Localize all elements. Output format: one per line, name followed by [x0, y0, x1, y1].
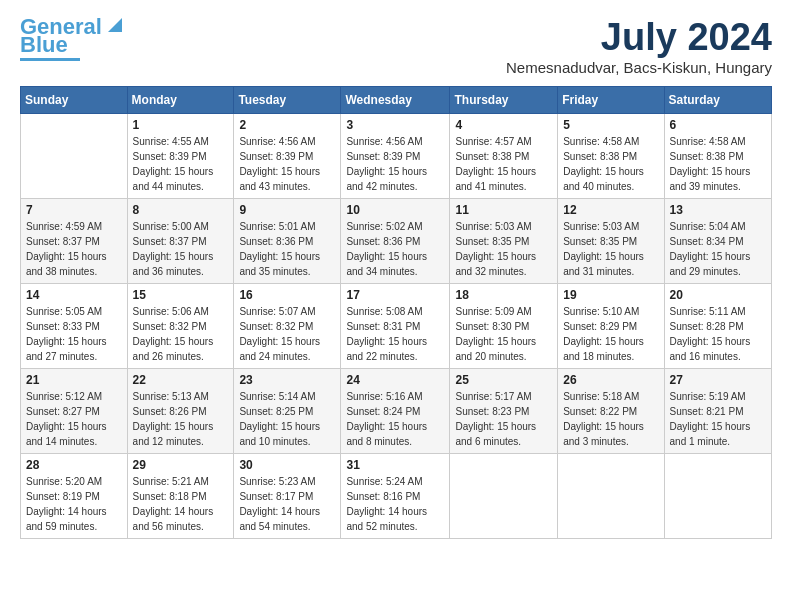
day-info: Sunrise: 4:56 AM Sunset: 8:39 PM Dayligh…: [239, 134, 335, 194]
day-info: Sunrise: 5:10 AM Sunset: 8:29 PM Dayligh…: [563, 304, 658, 364]
weekday-header-wednesday: Wednesday: [341, 87, 450, 114]
calendar-cell: 30 Sunrise: 5:23 AM Sunset: 8:17 PM Dayl…: [234, 454, 341, 539]
daylight-line2: and 40 minutes.: [563, 181, 634, 192]
calendar-cell: 2 Sunrise: 4:56 AM Sunset: 8:39 PM Dayli…: [234, 114, 341, 199]
day-info: Sunrise: 5:03 AM Sunset: 8:35 PM Dayligh…: [455, 219, 552, 279]
sunset-text: Sunset: 8:37 PM: [26, 236, 100, 247]
calendar-cell: 19 Sunrise: 5:10 AM Sunset: 8:29 PM Dayl…: [558, 284, 664, 369]
calendar-cell: 26 Sunrise: 5:18 AM Sunset: 8:22 PM Dayl…: [558, 369, 664, 454]
sunrise-text: Sunrise: 4:58 AM: [563, 136, 639, 147]
sunset-text: Sunset: 8:37 PM: [133, 236, 207, 247]
calendar-cell: 31 Sunrise: 5:24 AM Sunset: 8:16 PM Dayl…: [341, 454, 450, 539]
calendar-cell: 20 Sunrise: 5:11 AM Sunset: 8:28 PM Dayl…: [664, 284, 771, 369]
sunset-text: Sunset: 8:35 PM: [563, 236, 637, 247]
sunrise-text: Sunrise: 5:12 AM: [26, 391, 102, 402]
day-number: 31: [346, 458, 444, 472]
day-info: Sunrise: 4:56 AM Sunset: 8:39 PM Dayligh…: [346, 134, 444, 194]
day-number: 24: [346, 373, 444, 387]
daylight-line2: and 39 minutes.: [670, 181, 741, 192]
sunrise-text: Sunrise: 5:01 AM: [239, 221, 315, 232]
sunrise-text: Sunrise: 5:03 AM: [455, 221, 531, 232]
day-number: 30: [239, 458, 335, 472]
day-number: 21: [26, 373, 122, 387]
daylight-line2: and 36 minutes.: [133, 266, 204, 277]
daylight-line2: and 16 minutes.: [670, 351, 741, 362]
sunset-text: Sunset: 8:31 PM: [346, 321, 420, 332]
day-number: 4: [455, 118, 552, 132]
sunset-text: Sunset: 8:23 PM: [455, 406, 529, 417]
daylight-line1: Daylight: 15 hours: [133, 251, 214, 262]
daylight-line1: Daylight: 15 hours: [239, 336, 320, 347]
calendar-cell: 1 Sunrise: 4:55 AM Sunset: 8:39 PM Dayli…: [127, 114, 234, 199]
sunset-text: Sunset: 8:16 PM: [346, 491, 420, 502]
calendar-cell: 8 Sunrise: 5:00 AM Sunset: 8:37 PM Dayli…: [127, 199, 234, 284]
daylight-line1: Daylight: 15 hours: [346, 421, 427, 432]
sunset-text: Sunset: 8:25 PM: [239, 406, 313, 417]
daylight-line2: and 24 minutes.: [239, 351, 310, 362]
calendar-cell: [21, 114, 128, 199]
daylight-line1: Daylight: 15 hours: [26, 336, 107, 347]
day-info: Sunrise: 4:58 AM Sunset: 8:38 PM Dayligh…: [670, 134, 766, 194]
daylight-line1: Daylight: 15 hours: [670, 336, 751, 347]
day-number: 19: [563, 288, 658, 302]
daylight-line1: Daylight: 15 hours: [26, 251, 107, 262]
day-number: 9: [239, 203, 335, 217]
day-info: Sunrise: 5:18 AM Sunset: 8:22 PM Dayligh…: [563, 389, 658, 449]
calendar-cell: 10 Sunrise: 5:02 AM Sunset: 8:36 PM Dayl…: [341, 199, 450, 284]
sunset-text: Sunset: 8:32 PM: [239, 321, 313, 332]
day-number: 22: [133, 373, 229, 387]
calendar-cell: [664, 454, 771, 539]
daylight-line2: and 54 minutes.: [239, 521, 310, 532]
sunrise-text: Sunrise: 5:20 AM: [26, 476, 102, 487]
sunrise-text: Sunrise: 5:23 AM: [239, 476, 315, 487]
sunset-text: Sunset: 8:29 PM: [563, 321, 637, 332]
logo-triangle-icon: [104, 14, 126, 36]
calendar-cell: 23 Sunrise: 5:14 AM Sunset: 8:25 PM Dayl…: [234, 369, 341, 454]
sunrise-text: Sunrise: 5:03 AM: [563, 221, 639, 232]
daylight-line1: Daylight: 14 hours: [239, 506, 320, 517]
daylight-line2: and 42 minutes.: [346, 181, 417, 192]
daylight-line2: and 27 minutes.: [26, 351, 97, 362]
sunset-text: Sunset: 8:38 PM: [563, 151, 637, 162]
sunrise-text: Sunrise: 4:58 AM: [670, 136, 746, 147]
day-info: Sunrise: 4:55 AM Sunset: 8:39 PM Dayligh…: [133, 134, 229, 194]
sunrise-text: Sunrise: 5:21 AM: [133, 476, 209, 487]
calendar-table: SundayMondayTuesdayWednesdayThursdayFrid…: [20, 86, 772, 539]
daylight-line2: and 8 minutes.: [346, 436, 412, 447]
day-number: 15: [133, 288, 229, 302]
day-number: 17: [346, 288, 444, 302]
daylight-line2: and 41 minutes.: [455, 181, 526, 192]
daylight-line2: and 20 minutes.: [455, 351, 526, 362]
daylight-line1: Daylight: 15 hours: [239, 421, 320, 432]
weekday-header-row: SundayMondayTuesdayWednesdayThursdayFrid…: [21, 87, 772, 114]
day-number: 16: [239, 288, 335, 302]
weekday-header-saturday: Saturday: [664, 87, 771, 114]
day-info: Sunrise: 5:02 AM Sunset: 8:36 PM Dayligh…: [346, 219, 444, 279]
sunset-text: Sunset: 8:38 PM: [670, 151, 744, 162]
day-number: 11: [455, 203, 552, 217]
daylight-line2: and 44 minutes.: [133, 181, 204, 192]
title-area: July 2024 Nemesnadudvar, Bacs-Kiskun, Hu…: [506, 16, 772, 76]
calendar-cell: 5 Sunrise: 4:58 AM Sunset: 8:38 PM Dayli…: [558, 114, 664, 199]
day-number: 3: [346, 118, 444, 132]
daylight-line2: and 3 minutes.: [563, 436, 629, 447]
sunrise-text: Sunrise: 5:19 AM: [670, 391, 746, 402]
sunset-text: Sunset: 8:24 PM: [346, 406, 420, 417]
day-info: Sunrise: 5:03 AM Sunset: 8:35 PM Dayligh…: [563, 219, 658, 279]
calendar-cell: [450, 454, 558, 539]
daylight-line2: and 34 minutes.: [346, 266, 417, 277]
sunset-text: Sunset: 8:27 PM: [26, 406, 100, 417]
sunset-text: Sunset: 8:38 PM: [455, 151, 529, 162]
day-number: 18: [455, 288, 552, 302]
day-number: 26: [563, 373, 658, 387]
day-number: 20: [670, 288, 766, 302]
sunrise-text: Sunrise: 5:06 AM: [133, 306, 209, 317]
sunrise-text: Sunrise: 5:00 AM: [133, 221, 209, 232]
daylight-line2: and 26 minutes.: [133, 351, 204, 362]
day-info: Sunrise: 5:13 AM Sunset: 8:26 PM Dayligh…: [133, 389, 229, 449]
calendar-cell: 21 Sunrise: 5:12 AM Sunset: 8:27 PM Dayl…: [21, 369, 128, 454]
calendar-cell: 12 Sunrise: 5:03 AM Sunset: 8:35 PM Dayl…: [558, 199, 664, 284]
daylight-line1: Daylight: 15 hours: [670, 421, 751, 432]
sunrise-text: Sunrise: 5:09 AM: [455, 306, 531, 317]
daylight-line2: and 6 minutes.: [455, 436, 521, 447]
